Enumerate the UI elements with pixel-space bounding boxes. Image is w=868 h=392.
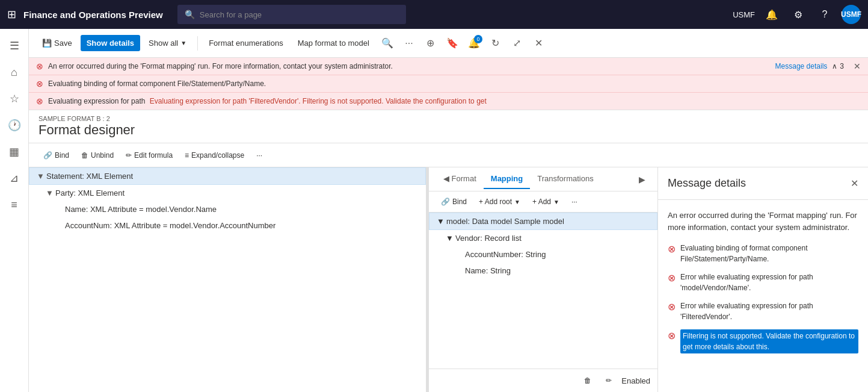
search-input[interactable] <box>200 10 399 19</box>
mapping-tree: ▼ model: Data model Sample model ▼ Vendo… <box>429 213 657 369</box>
message-item-text-3: Error while evaluating expression for pa… <box>680 300 858 322</box>
error-banner-3: ⊗ Evaluating expression for path Evaluat… <box>29 93 868 110</box>
toolbar-refresh-button[interactable]: ↻ <box>486 34 505 53</box>
mapping-item-label-vendor: Vendor: Record list <box>455 234 522 243</box>
tree-item-statement[interactable]: ▼ Statement: XML Element <box>29 167 426 185</box>
tree-item-label-accountnum: AccountNum: XML Attribute = model.Vendor… <box>65 221 419 230</box>
mapping-item-model[interactable]: ▼ model: Data model Sample model <box>429 213 657 230</box>
mapping-item-label-name: Name: String <box>465 266 511 275</box>
settings-button[interactable]: ⚙ <box>789 5 808 24</box>
nav-right: USMF 🔔 ⚙ ? USMF <box>733 5 861 24</box>
toolbar-badge-button[interactable]: 🔔 0 <box>464 34 484 53</box>
toolbar-compare-button[interactable]: ⊕ <box>421 34 440 53</box>
tab-format[interactable]: ◀ Format <box>436 169 484 189</box>
error-icon-3: ⊗ <box>36 96 43 106</box>
mapping-bind-button[interactable]: 🔗 Bind <box>436 195 472 208</box>
error-text-3: Evaluating expression for path Evaluatin… <box>48 97 861 105</box>
error-nav: ∧ 3 <box>832 62 844 70</box>
message-item-icon-2: ⊗ <box>668 272 676 284</box>
message-panel-title: Message details <box>668 177 746 190</box>
mapping-item-vendor[interactable]: ▼ Vendor: Record list <box>429 230 657 246</box>
mapping-add-root-button[interactable]: + Add root ▼ <box>474 195 525 208</box>
save-button[interactable]: 💾 Save <box>36 35 78 51</box>
tab-transformations[interactable]: Transformations <box>530 169 600 189</box>
tab-mapping[interactable]: Mapping <box>484 169 530 189</box>
mapping-toolbar: 🔗 Bind + Add root ▼ + Add ▼ ··· <box>429 191 657 213</box>
edit-icon: ✏ <box>606 376 612 385</box>
designer-header: SAMPLE FORMAT B : 2 Format designer <box>29 110 868 143</box>
sidebar: ☰ ⌂ ☆ 🕐 ▦ ⊿ ≡ <box>0 29 29 392</box>
add-dropdown-icon: ▼ <box>553 199 559 205</box>
tree-item-party[interactable]: ▼ Party: XML Element <box>29 185 426 201</box>
sidebar-item-home[interactable]: ⌂ <box>2 60 26 84</box>
mapping-item-label-model: model: Data model Sample model <box>446 217 564 226</box>
expand-icon-party: ▼ <box>46 188 55 198</box>
message-details-link[interactable]: Message details <box>775 62 828 70</box>
message-item-text-1: Evaluating binding of format component F… <box>680 243 858 264</box>
show-all-dropdown-icon: ▼ <box>180 40 186 46</box>
edit-button[interactable]: ✏ <box>601 374 617 387</box>
edit-formula-icon: ✏ <box>126 151 132 160</box>
map-format-button[interactable]: Map format to model <box>292 35 375 51</box>
mapping-item-accountnumber[interactable]: AccountNumber: String <box>429 246 657 263</box>
toolbar-search-button[interactable]: 🔍 <box>378 34 397 53</box>
show-all-button[interactable]: Show all ▼ <box>143 35 192 51</box>
mapping-tab-nav[interactable]: ▶ <box>633 171 650 188</box>
message-panel-body: An error occurred during the 'Format map… <box>658 200 868 392</box>
sidebar-item-collapse[interactable]: ☰ <box>2 34 26 58</box>
toolbar: 💾 Save Show details Show all ▼ Format en… <box>29 29 868 58</box>
search-bar[interactable]: 🔍 <box>177 5 406 24</box>
sidebar-item-modules[interactable]: ≡ <box>2 193 26 217</box>
expand-collapse-icon: ≡ <box>185 151 189 160</box>
error-icon-1: ⊗ <box>36 61 43 71</box>
app-title: Finance and Operations Preview <box>23 10 163 20</box>
mapping-add-button[interactable]: + Add ▼ <box>528 195 564 208</box>
error-close[interactable]: ✕ <box>854 61 861 71</box>
help-button[interactable]: ? <box>815 5 834 24</box>
tree-item-accountnum[interactable]: AccountNum: XML Attribute = model.Vendor… <box>29 217 426 234</box>
message-item-icon-1: ⊗ <box>668 243 676 255</box>
tree-item-name[interactable]: Name: XML Attribute = model.Vendor.Name <box>29 201 426 217</box>
tree-item-label-statement: Statement: XML Element <box>46 172 418 181</box>
designer-title: Format designer <box>38 122 858 138</box>
content-area: 💾 Save Show details Show all ▼ Format en… <box>29 29 868 392</box>
bind-button[interactable]: 🔗 Bind <box>38 149 74 162</box>
avatar[interactable]: USMF <box>842 5 861 24</box>
show-details-button[interactable]: Show details <box>81 35 140 51</box>
expand-icon-vendor: ▼ <box>446 234 455 243</box>
mapping-item-label-accountnumber: AccountNumber: String <box>465 250 546 259</box>
save-icon: 💾 <box>42 39 52 48</box>
delete-button[interactable]: 🗑 <box>579 374 596 387</box>
status-text: Enabled <box>621 376 650 385</box>
message-item-1: ⊗ Evaluating binding of format component… <box>668 243 858 264</box>
sidebar-item-favorites[interactable]: ☆ <box>2 87 26 111</box>
error-nav-up[interactable]: ∧ <box>832 62 837 70</box>
toolbar-more-button[interactable]: ··· <box>399 34 419 53</box>
mapping-tabs: ◀ Format Mapping Transformations ▶ <box>429 167 657 191</box>
error-text-2: Evaluating binding of format component F… <box>48 79 861 88</box>
toolbar-close-button[interactable]: ✕ <box>529 34 549 53</box>
sidebar-item-recent[interactable]: 🕐 <box>2 113 26 137</box>
unbind-button[interactable]: 🗑 Unbind <box>76 149 119 162</box>
format-enumerations-button[interactable]: Format enumerations <box>203 35 289 51</box>
error-banner-1: ⊗ An error occurred during the 'Format m… <box>29 58 868 75</box>
mapping-more-button[interactable]: ··· <box>567 195 582 208</box>
message-panel-close-button[interactable]: ✕ <box>851 178 858 189</box>
toolbar-bookmark-button[interactable]: 🔖 <box>443 34 462 53</box>
expand-icon-model: ▼ <box>437 217 446 226</box>
panels: ▼ Statement: XML Element ▼ Party: XML El… <box>29 167 868 392</box>
notifications-button[interactable]: 🔔 <box>762 5 781 24</box>
sidebar-item-filter[interactable]: ⊿ <box>2 166 26 190</box>
org-label: USMF <box>733 10 755 19</box>
grid-icon[interactable]: ⊞ <box>7 8 16 21</box>
expand-collapse-button[interactable]: ≡ Expand/collapse <box>180 149 249 162</box>
error-banner-2: ⊗ Evaluating binding of format component… <box>29 75 868 93</box>
sidebar-item-workspaces[interactable]: ▦ <box>2 140 26 164</box>
edit-formula-button[interactable]: ✏ Edit formula <box>121 149 177 162</box>
toolbar-popout-button[interactable]: ⤢ <box>508 34 527 53</box>
error-count: 3 <box>840 62 844 70</box>
mapping-item-name[interactable]: Name: String <box>429 263 657 279</box>
designer-subtitle: SAMPLE FORMAT B : 2 <box>38 115 858 122</box>
more-options-button[interactable]: ··· <box>251 149 267 162</box>
tree-item-label-party: Party: XML Element <box>55 188 419 198</box>
